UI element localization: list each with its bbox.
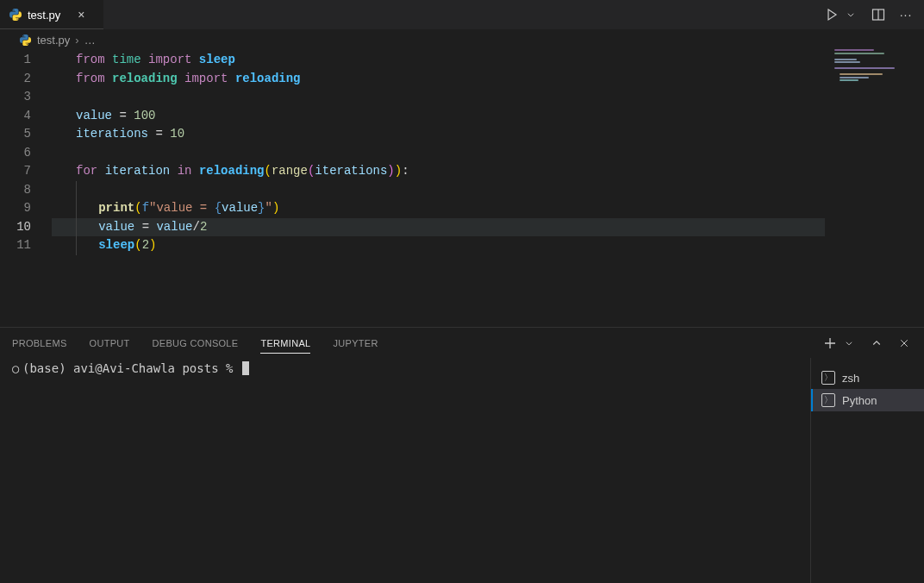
code-line[interactable]: 5 iterations = 10 <box>0 125 924 144</box>
line-number: 8 <box>0 181 52 200</box>
chevron-up-icon[interactable] <box>869 335 884 351</box>
run-icon[interactable] <box>824 7 840 22</box>
terminal-icon: 〉 <box>821 393 835 407</box>
code-line[interactable]: 3 <box>0 88 924 107</box>
tab-debug-console[interactable]: DEBUG CONSOLE <box>153 338 239 348</box>
line-number: 9 <box>0 199 52 218</box>
terminal-item-python[interactable]: 〉 Python <box>811 389 924 411</box>
line-number: 6 <box>0 144 52 163</box>
terminal-item-zsh[interactable]: 〉 zsh <box>811 367 924 389</box>
code-line[interactable]: 11 sleep(2) <box>0 236 924 255</box>
split-editor-icon[interactable] <box>871 7 886 22</box>
code-line[interactable]: 8 <box>0 181 924 200</box>
code-line[interactable]: 10 value = value/2 <box>0 218 924 237</box>
close-panel-icon[interactable] <box>896 335 912 351</box>
file-tab[interactable]: test.py × <box>0 0 103 29</box>
line-number: 4 <box>0 107 52 126</box>
bottom-panel: PROBLEMS OUTPUT DEBUG CONSOLE TERMINAL J… <box>0 327 924 583</box>
terminal-icon: 〉 <box>821 371 835 385</box>
code-line[interactable]: 4 value = 100 <box>0 107 924 126</box>
tab-problems[interactable]: PROBLEMS <box>12 338 67 348</box>
chevron-down-icon[interactable] <box>843 7 858 22</box>
tab-filename: test.py <box>28 9 60 22</box>
spinner-icon: ○ <box>12 361 22 375</box>
code-editor[interactable]: 1 from time import sleep 2 from reloadin… <box>0 49 924 255</box>
tab-terminal[interactable]: TERMINAL <box>260 338 310 354</box>
chevron-right-icon: › <box>75 34 78 47</box>
breadcrumb-rest: … <box>84 34 96 47</box>
editor-actions: ··· <box>824 0 924 29</box>
line-number: 3 <box>0 88 52 107</box>
python-file-icon <box>19 34 32 47</box>
line-number: 11 <box>0 236 52 255</box>
panel-tab-bar: PROBLEMS OUTPUT DEBUG CONSOLE TERMINAL J… <box>0 328 924 358</box>
terminal-output[interactable]: ○(base) avi@Avi-Chawla posts % <box>0 358 810 583</box>
tab-jupyter[interactable]: JUPYTER <box>333 338 378 348</box>
line-number: 2 <box>0 70 52 89</box>
terminal-prompt: (base) avi@Avi-Chawla posts % <box>22 361 240 375</box>
line-number: 1 <box>0 51 52 70</box>
more-actions-icon[interactable]: ··· <box>898 7 914 22</box>
code-line[interactable]: 9 print(f"value = {value}") <box>0 199 924 218</box>
tab-output[interactable]: OUTPUT <box>90 338 130 348</box>
line-number: 5 <box>0 125 52 144</box>
code-line[interactable]: 7 for iteration in reloading(range(itera… <box>0 162 924 181</box>
terminal-cursor <box>242 361 249 375</box>
line-number: 10 <box>0 218 52 237</box>
new-terminal-icon[interactable] <box>822 335 838 351</box>
tab-bar: test.py × ··· <box>0 0 924 30</box>
terminal-list: 〉 zsh 〉 Python <box>810 358 924 583</box>
line-number: 7 <box>0 162 52 181</box>
breadcrumb-filename: test.py <box>37 34 70 47</box>
code-line[interactable]: 1 from time import sleep <box>0 51 924 70</box>
close-tab-icon[interactable]: × <box>78 8 84 22</box>
code-line[interactable]: 6 <box>0 144 924 163</box>
chevron-down-icon[interactable] <box>841 335 857 351</box>
code-line[interactable]: 2 from reloading import reloading <box>0 70 924 89</box>
python-file-icon <box>9 8 22 22</box>
breadcrumb[interactable]: test.py › … <box>0 30 924 49</box>
